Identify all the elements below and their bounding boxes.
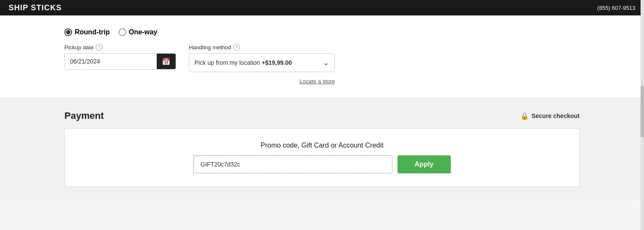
roundtrip-radio-dot	[66, 30, 70, 34]
locate-store-link[interactable]: Locate a store	[300, 78, 335, 85]
handling-method-dropdown[interactable]: Pick up from my location +$19,99.00 ⌄	[189, 53, 335, 72]
apply-button[interactable]: Apply	[398, 155, 451, 173]
handling-method-group: Handling method ? Pick up from my locati…	[189, 44, 335, 85]
trip-type-selector: Round-trip One-way	[64, 28, 580, 36]
roundtrip-radio[interactable]	[64, 28, 72, 36]
calendar-icon: 📅	[162, 58, 170, 66]
logo: SHIP STICKS	[9, 3, 62, 12]
pickup-date-group: Pickup date ? 📅	[64, 44, 176, 70]
secure-checkout-label: Secure checkout	[532, 112, 580, 119]
payment-title: Payment	[64, 110, 104, 121]
phone-number: (855) 607-9513	[597, 5, 635, 11]
promo-section: Promo code, Gift Card or Account Credit …	[82, 142, 562, 173]
oneway-radio[interactable]	[118, 28, 126, 36]
scrollbar[interactable]	[641, 0, 644, 230]
date-input-wrapper: 📅	[64, 53, 176, 70]
roundtrip-option[interactable]: Round-trip	[64, 28, 110, 36]
locate-store-row: Locate a store	[189, 78, 335, 85]
payment-card: Promo code, Gift Card or Account Credit …	[64, 128, 580, 187]
form-row: Pickup date ? 📅 Handling method ? Pick u…	[64, 44, 580, 85]
secure-checkout-badge: 🔒 Secure checkout	[520, 112, 580, 120]
payment-header: Payment 🔒 Secure checkout	[64, 110, 580, 121]
handling-help-icon[interactable]: ?	[233, 44, 240, 51]
top-bar: SHIP STICKS (855) 607-9513	[0, 0, 644, 15]
oneway-label: One-way	[129, 28, 158, 36]
pickup-date-label: Pickup date ?	[64, 44, 176, 51]
promo-input[interactable]	[193, 155, 392, 173]
pickup-date-input[interactable]	[65, 54, 157, 69]
promo-label: Promo code, Gift Card or Account Credit	[261, 142, 383, 149]
lock-icon: 🔒	[520, 112, 529, 120]
calendar-button[interactable]: 📅	[157, 54, 176, 69]
pickup-help-icon[interactable]: ?	[96, 44, 103, 51]
roundtrip-label: Round-trip	[75, 28, 110, 36]
oneway-option[interactable]: One-way	[118, 28, 158, 36]
payment-section: Payment 🔒 Secure checkout Promo code, Gi…	[0, 97, 644, 200]
main-section: Round-trip One-way Pickup date ? 📅 Han	[0, 15, 644, 97]
handling-selected-text: Pick up from my location +$19,99.00	[194, 59, 292, 66]
promo-row: Apply	[193, 155, 451, 173]
handling-method-label: Handling method ?	[189, 44, 335, 51]
scrollbar-thumb[interactable]	[641, 86, 644, 137]
chevron-down-icon: ⌄	[323, 58, 329, 67]
